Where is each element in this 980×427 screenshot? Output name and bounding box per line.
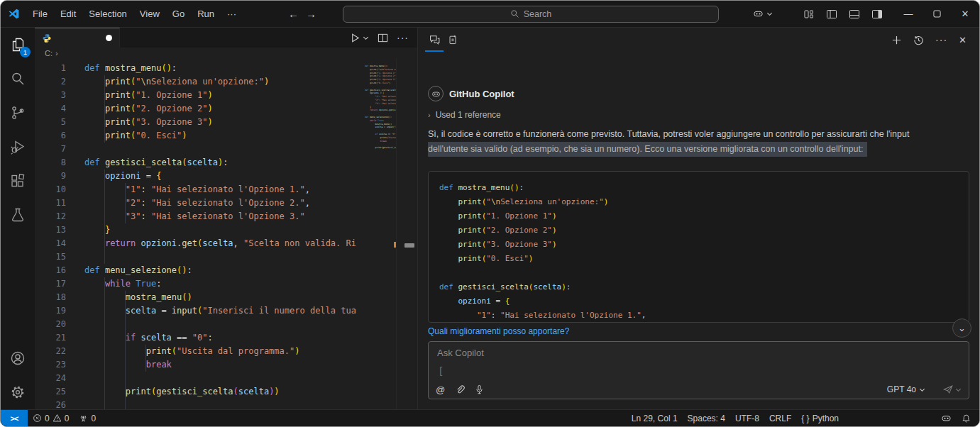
sidebar-item-settings[interactable] [1,375,35,409]
back-arrow-icon[interactable]: ← [288,8,299,20]
text-cursor: [ [438,365,444,377]
extensions-icon [9,172,26,189]
close-panel-icon[interactable]: ✕ [959,35,967,45]
radio-tower-icon [79,414,88,423]
copilot-avatar-icon [431,89,441,99]
breadcrumb-drive[interactable]: C: [45,49,53,57]
copilot-status[interactable] [936,410,957,426]
close-window-button[interactable]: ✕ [951,1,979,28]
sidebar-item-run-debug[interactable] [1,130,35,164]
vscode-window: File Edit Selection View Go Run ··· ← → … [0,0,980,427]
chat-input-box[interactable]: Ask Copilot [ @ GPT 4o [428,341,969,399]
remote-indicator[interactable]: >< [1,410,28,427]
chat-code-line: print("2. Opzione 2") [439,223,969,238]
forward-arrow-icon[interactable]: → [306,8,316,20]
menu-more[interactable]: ··· [221,9,243,19]
chat-more-actions-icon[interactable]: ··· [935,34,947,45]
model-picker[interactable]: GPT 4o [887,384,925,394]
indentation-status[interactable]: Spaces: 4 [683,410,730,426]
eol-status[interactable]: CRLF [764,410,796,426]
chat-code-line: opzioni = { [439,294,969,309]
sidebar-item-accounts[interactable] [1,341,35,375]
search-placeholder: Search [524,9,552,19]
chat-code-line: print("0. Esci") [439,252,969,266]
notifications-bell[interactable] [957,410,979,426]
editor-scrollbar[interactable] [396,59,417,409]
editor-line: 23 break [35,358,361,372]
editor-line: 6 print("0. Esci") [35,129,361,143]
references-chevron-icon: › [428,111,431,119]
microphone-icon[interactable] [475,384,484,395]
editor-line: 21 if scelta == "0": [35,331,361,345]
menu-selection[interactable]: Selection [82,9,133,19]
menu-file[interactable]: File [26,9,54,19]
menu-go[interactable]: Go [166,9,191,19]
copilot-chat-panel: ··· ✕ GitHub Copilot › Used 1 reference … [418,28,979,409]
editor-group: ··· C: › 1def mostra_menu():2 print("\nS… [35,28,418,409]
toggle-panel-icon[interactable] [844,4,864,24]
history-icon[interactable] [913,35,924,45]
source-control-icon [9,104,26,121]
minimap[interactable]: def mostra_menu(): print("\nSeleziona un… [365,62,396,409]
breadcrumb[interactable]: C: › [35,48,417,59]
minimize-button[interactable]: — [894,1,923,28]
language-mode[interactable]: { } Python [796,410,844,426]
sidebar-item-search[interactable] [1,62,35,96]
split-editor-icon[interactable] [378,33,388,43]
editor-line: 8def gestisci_scelta(scelta): [35,156,361,170]
mention-context-button[interactable]: @ [436,384,445,395]
vscode-logo-icon [1,8,26,20]
overview-ruler-modified-marker [394,242,396,248]
problems-status[interactable]: 0 0 [28,410,74,426]
editor-line: 16def menu_selezione(): [35,264,361,277]
maximize-button[interactable] [923,1,951,28]
chat-message: Sì, il codice è corretto e funzionerà co… [428,127,969,162]
scrollbar-grip[interactable] [404,243,414,248]
search-view-icon [9,70,26,87]
attach-file-icon[interactable] [455,384,465,395]
toggle-secondary-sidebar-icon[interactable] [867,4,887,24]
run-python-file-button[interactable] [350,33,369,43]
unsaved-changes-dot[interactable] [106,35,112,41]
scroll-to-bottom-button[interactable]: ⌄ [952,318,971,338]
copilot-titlebar-button[interactable] [752,8,773,20]
sidebar-item-explorer[interactable]: 1 [1,28,35,62]
menu-view[interactable]: View [133,9,166,19]
editor-code-lines: 1def mostra_menu():2 print("\nSeleziona … [35,62,361,409]
warnings-count: 0 [65,414,70,423]
menu-run[interactable]: Run [191,9,221,19]
cursor-position[interactable]: Ln 29, Col 1 [627,410,683,426]
maximize-icon [933,10,941,18]
ports-status[interactable]: 0 [74,410,101,426]
copilot-status-icon [941,413,952,423]
encoding-status[interactable]: UTF-8 [730,410,764,426]
sidebar-item-source-control[interactable] [1,96,35,130]
toggle-primary-sidebar-icon[interactable] [822,4,842,24]
editor-line: 11 "2": "Hai selezionato l'Opzione 2.", [35,196,361,210]
editor-line: 13 } [35,223,361,237]
editor-line: 1def mostra_menu(): [35,62,361,75]
send-button[interactable] [942,384,962,395]
run-debug-icon [9,138,26,155]
tab-python-file[interactable] [35,28,120,48]
ports-count: 0 [91,414,96,423]
followup-suggestion-link[interactable]: Quali miglioramenti posso apportare? [428,326,969,336]
tab-chat[interactable] [425,28,444,52]
customize-layout-icon[interactable] [799,4,819,24]
sidebar-item-extensions[interactable] [1,164,35,198]
editor-more-actions-icon[interactable]: ··· [397,32,409,43]
tab-edit-session[interactable] [444,28,462,52]
account-icon [9,350,26,367]
sidebar-item-testing[interactable] [1,198,35,232]
menu-edit[interactable]: Edit [54,9,82,19]
search-input[interactable]: Search [343,6,719,23]
chevron-down-icon [766,11,773,17]
used-references-toggle[interactable]: › Used 1 reference [428,110,969,120]
activity-bar: 1 [1,28,35,409]
new-chat-icon[interactable] [891,35,902,45]
model-chevron-icon [919,387,925,393]
testing-icon [9,206,26,223]
warnings-icon [53,414,62,423]
send-chevron-icon [955,387,962,393]
editor-code-area[interactable]: 1def mostra_menu():2 print("\nSeleziona … [35,59,417,409]
